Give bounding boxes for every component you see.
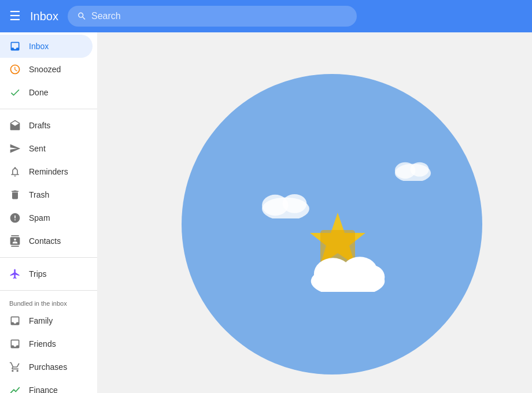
sidebar-item-friends[interactable]: Friends — [0, 332, 93, 355]
sidebar-item-done[interactable]: Done — [0, 81, 93, 104]
sidebar-item-trash[interactable]: Trash — [0, 183, 93, 206]
cloud-front — [306, 250, 390, 292]
sidebar-item-family[interactable]: Family — [0, 309, 93, 332]
search-icon — [77, 11, 87, 21]
sidebar-item-spam-label: Spam — [29, 213, 50, 223]
reminders-icon — [9, 166, 21, 177]
sidebar-item-friends-label: Friends — [29, 339, 56, 348]
purchases-icon — [9, 361, 21, 373]
content-area — [97, 32, 532, 393]
sidebar-item-sent-label: Sent — [29, 144, 46, 153]
main-layout: Inbox Snoozed Done Drafts — [0, 32, 532, 393]
sidebar-item-spam[interactable]: Spam — [0, 206, 93, 229]
divider-1 — [0, 109, 97, 109]
sidebar-item-family-label: Family — [29, 316, 53, 325]
search-bar — [68, 6, 357, 27]
spam-icon — [9, 212, 21, 224]
sidebar: Inbox Snoozed Done Drafts — [0, 32, 97, 393]
cloud-small — [390, 155, 436, 181]
sidebar-item-reminders-label: Reminders — [29, 167, 68, 176]
sent-icon — [9, 143, 21, 154]
sidebar-item-snoozed[interactable]: Snoozed — [0, 58, 93, 81]
contacts-icon — [9, 235, 21, 247]
bundled-section-label: Bundled in the inbox — [0, 295, 97, 309]
finance-icon — [9, 384, 21, 393]
sidebar-item-inbox[interactable]: Inbox — [0, 35, 93, 58]
weather-illustration — [182, 74, 482, 375]
trash-icon — [9, 189, 21, 201]
trips-icon — [9, 268, 21, 280]
app-title: Inbox — [30, 10, 58, 23]
divider-2 — [0, 257, 97, 258]
drafts-icon — [9, 120, 21, 131]
snoozed-icon — [9, 64, 21, 75]
sidebar-item-purchases-label: Purchases — [29, 362, 67, 372]
sidebar-item-finance[interactable]: Finance — [0, 379, 93, 393]
sidebar-item-drafts-label: Drafts — [29, 121, 50, 130]
family-icon — [9, 315, 21, 327]
friends-icon — [9, 338, 21, 350]
topbar: ☰ Inbox — [0, 0, 532, 32]
svg-point-2 — [411, 162, 429, 177]
sidebar-item-reminders[interactable]: Reminders — [0, 160, 93, 183]
sidebar-item-contacts[interactable]: Contacts — [0, 229, 93, 253]
sidebar-item-purchases[interactable]: Purchases — [0, 355, 93, 379]
sidebar-item-trips-label: Trips — [29, 269, 47, 279]
sidebar-item-finance-label: Finance — [29, 385, 58, 393]
sidebar-item-contacts-label: Contacts — [29, 236, 61, 246]
inbox-icon — [9, 40, 21, 52]
sidebar-item-inbox-label: Inbox — [29, 42, 49, 51]
sidebar-item-trips[interactable]: Trips — [0, 262, 93, 286]
menu-icon[interactable]: ☰ — [9, 9, 21, 24]
divider-3 — [0, 290, 97, 291]
sidebar-item-sent[interactable]: Sent — [0, 137, 93, 160]
sidebar-item-done-label: Done — [29, 88, 48, 97]
done-icon — [9, 87, 21, 98]
svg-point-11 — [359, 265, 385, 289]
sidebar-item-drafts[interactable]: Drafts — [0, 114, 93, 137]
search-input[interactable] — [91, 11, 348, 21]
sidebar-item-snoozed-label: Snoozed — [29, 65, 61, 74]
sidebar-item-trash-label: Trash — [29, 190, 49, 199]
